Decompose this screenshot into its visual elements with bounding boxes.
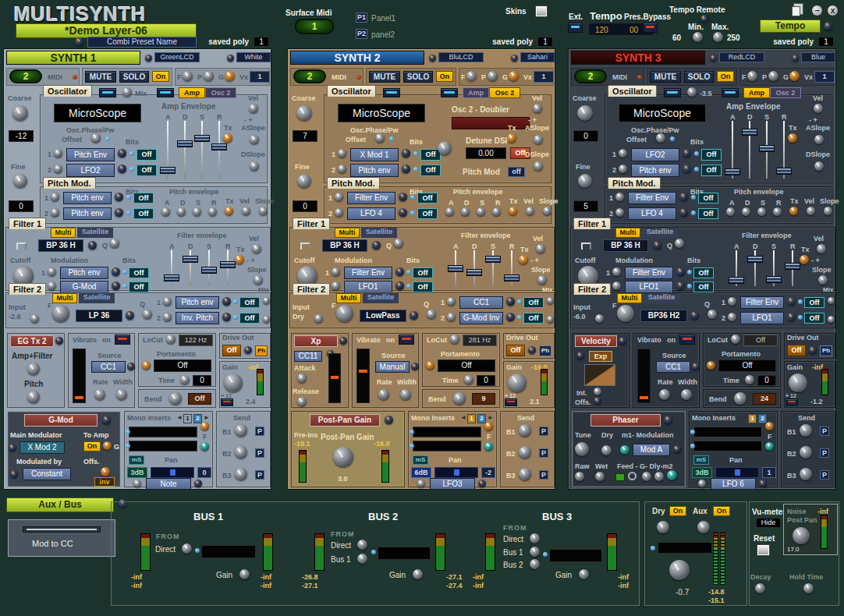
aslope-knob[interactable] [250,135,259,144]
f1-mod1-knob[interactable] [48,267,56,276]
f1-mod1-knob[interactable] [612,267,621,276]
pe-r-knob[interactable] [492,207,501,216]
mono-insert-tab-2[interactable]: 2 [193,414,202,423]
pe-tx-knob[interactable] [509,207,517,215]
bus1-insert-display[interactable] [201,545,256,558]
fe-d-slider[interactable] [185,250,196,286]
f2-mod1-bits[interactable]: Off [239,297,260,308]
pe-slope-knob[interactable] [543,207,551,215]
insert-slot-2[interactable] [129,441,197,451]
midi-channel[interactable]: 2 [293,69,326,83]
fe-r-slider[interactable] [506,250,517,286]
combi-preset-knob[interactable] [75,37,83,46]
f1-mod1-source[interactable]: Filter Env [344,267,392,279]
amp-tab[interactable]: Amp [463,87,489,98]
send-b2-knob[interactable] [519,446,531,458]
filter2-satellite[interactable]: Satellite [363,293,399,303]
f2-mod2-amount-knob[interactable] [506,313,515,321]
on-button[interactable]: On [152,71,169,82]
osc-mod1-bits[interactable]: Off [137,149,157,161]
coarse-knob[interactable] [296,105,312,121]
fe-d-slider[interactable] [469,250,480,286]
pan-mod-knob[interactable] [133,480,141,487]
send-b3-knob[interactable] [800,468,812,480]
aslope-knob[interactable] [534,135,543,144]
vx-value[interactable]: 1 [814,71,835,83]
midi-channel[interactable]: 2 [9,69,42,83]
amp-filter-knob[interactable] [27,363,40,375]
f2-mod2-bits[interactable]: Off [239,313,260,324]
amp-env-d-slider[interactable] [179,121,190,179]
filter2-satellite[interactable]: Satellite [644,293,679,303]
pitch-knob[interactable] [27,391,40,403]
portamento-knob[interactable] [707,361,715,370]
insert-f-knob[interactable] [765,422,774,430]
pm-mod1-source[interactable]: Pitch env [63,192,112,204]
phaser-knob[interactable] [664,416,672,424]
phaser-header[interactable]: Phaser [590,414,661,427]
fe-tx-knob[interactable] [235,255,244,264]
offset-knob[interactable] [656,133,665,143]
f2-mod2-knob[interactable] [447,313,456,321]
pan-mod-source[interactable]: LFO3 [430,478,475,490]
osc-mod2-amount-knob[interactable] [683,165,691,173]
fe-r-slider[interactable] [222,250,233,286]
f-knob[interactable] [466,71,477,81]
m1-amount-knob[interactable] [673,445,681,453]
pan-law[interactable]: 3dB [127,467,147,478]
vel-knob[interactable] [814,104,823,113]
fine-knob[interactable] [578,174,592,188]
pe-d-knob[interactable] [742,207,750,216]
vibrato-source-knob[interactable] [411,363,419,370]
osc-mod2-knob[interactable] [54,165,62,173]
send-b3-p[interactable]: P [820,470,829,480]
aux-knob[interactable] [697,521,710,533]
send-b2-p[interactable]: P [539,448,548,458]
f2-mod1-source[interactable]: CC1 [459,296,503,309]
bus3-bus2-knob[interactable] [530,559,540,569]
xp-knob[interactable] [339,337,347,345]
pan-slider[interactable] [151,467,194,478]
mix-knob[interactable] [122,87,132,97]
pe-vel-knob[interactable] [242,207,250,215]
filter2-multi[interactable]: Multi [336,293,361,303]
vibrato-source[interactable]: Manual [375,361,410,373]
f2-mod1-amount-knob[interactable] [787,297,796,306]
f1-mod1-source[interactable]: Filter Env [625,267,673,279]
tempo-lcd-knob[interactable] [824,22,832,30]
main-modulator-value[interactable]: X Mod 2 [20,441,65,454]
bus1-direct-knob[interactable] [182,543,192,554]
send-b2-p[interactable]: P [820,448,829,458]
raw-knob[interactable] [575,472,584,481]
f1-mod2-amount-knob[interactable] [676,281,685,290]
filter2-freq-knob[interactable] [617,305,634,322]
skins-button[interactable] [535,5,548,17]
fe-slope-knob[interactable] [537,275,547,285]
osc-scope-display[interactable]: MicroScope [338,104,425,122]
filter1-tab[interactable]: Filter 1 [293,218,330,229]
gmod-inv[interactable]: inv [94,477,115,487]
mono-insert-tab-1[interactable]: 1 [467,414,476,423]
mono-insert-tab-1[interactable]: 1 [183,414,192,423]
pe-tx-knob[interactable] [225,207,233,215]
filter1-satellite[interactable]: Satellite [361,228,397,238]
send-b1-p[interactable]: P [539,427,548,436]
gmod-header[interactable]: G-Mod [24,414,98,427]
drive-off-button[interactable]: Off [506,345,525,356]
release-knob[interactable] [297,397,307,406]
fine-knob[interactable] [13,174,27,188]
doubler-pitchmod-value[interactable]: off [508,167,525,177]
mono-tab-prev-icon[interactable]: ◄ [741,414,747,421]
pm-mod2-amount-knob[interactable] [679,208,688,217]
osc-mod2-amount-knob[interactable] [402,165,410,173]
rate-knob[interactable] [94,389,105,400]
fe-slope-knob[interactable] [254,275,263,285]
insert-slot-1[interactable] [693,427,762,437]
to-amp-on[interactable]: On [83,441,101,451]
max-knob[interactable] [713,32,723,42]
fe-s-slider[interactable] [204,250,215,286]
master-gain-knob[interactable] [669,560,690,580]
f1-mod2-bits[interactable]: Off [693,281,714,292]
osc2-tab[interactable]: Osc 2 [489,87,520,98]
pm-mod2-source[interactable]: LFO 4 [347,207,395,220]
